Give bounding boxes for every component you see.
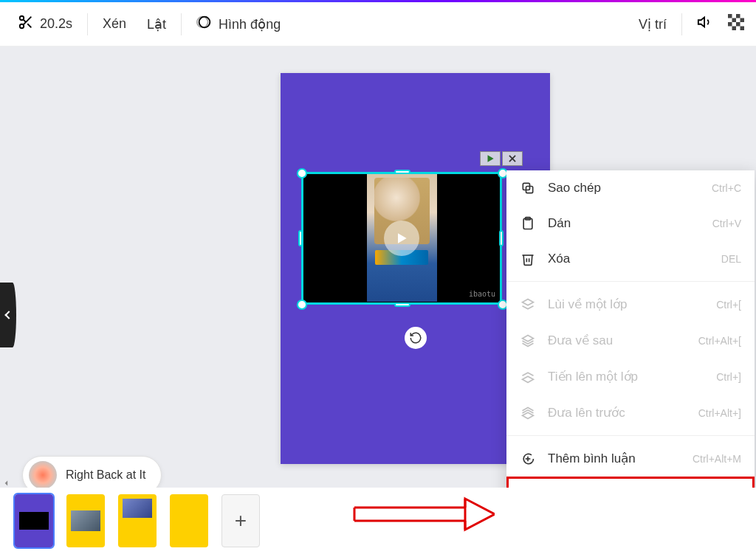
scissors-icon (18, 14, 34, 34)
panel-collapse-tab[interactable] (0, 283, 16, 347)
media-badges (480, 151, 523, 166)
add-page-button[interactable]: + (221, 494, 260, 547)
svg-marker-18 (488, 155, 494, 162)
svg-rect-13 (732, 18, 737, 23)
crop-button[interactable]: Xén (92, 16, 137, 32)
resize-handle-b[interactable] (394, 302, 410, 307)
ctx-paste[interactable]: Dán Ctrl+V (506, 206, 755, 241)
speaker-icon (697, 14, 713, 34)
duration-button[interactable]: 20.2s (7, 14, 83, 34)
toolbar-separator (681, 13, 682, 35)
transparency-button[interactable] (724, 14, 749, 34)
ctx-send-back: Đưa về sau Ctrl+Alt+[ (506, 322, 755, 359)
watermark-label: ibaotu (469, 290, 495, 298)
page-thumb-1[interactable] (15, 494, 53, 547)
send-back-icon (520, 333, 536, 348)
svg-marker-21 (5, 481, 8, 486)
context-menu: Sao chép Ctrl+C Dán Ctrl+V Xóa DEL Lùi v… (506, 170, 755, 488)
svg-marker-28 (523, 376, 534, 382)
svg-line-4 (23, 19, 26, 22)
play-badge[interactable] (480, 151, 501, 166)
resize-handle-tl[interactable] (297, 168, 307, 179)
close-badge[interactable] (502, 151, 523, 166)
annotation-arrow (347, 491, 495, 539)
layer-back-icon (520, 297, 536, 312)
ctx-replace-background[interactable]: Thay thế nền (506, 477, 755, 488)
svg-rect-15 (732, 27, 737, 31)
svg-rect-10 (736, 14, 740, 18)
svg-marker-7 (698, 18, 704, 27)
ctx-forward-layer: Tiến lên một lớp Ctrl+] (506, 359, 755, 395)
ctx-delete[interactable]: Xóa DEL (506, 241, 755, 277)
svg-marker-40 (465, 499, 495, 530)
svg-rect-14 (740, 18, 745, 23)
resize-handle-bl[interactable] (297, 299, 307, 310)
svg-line-3 (27, 24, 31, 27)
toolbar-separator (87, 13, 88, 35)
flip-button[interactable]: Lật (137, 16, 176, 32)
svg-rect-12 (736, 22, 740, 27)
layer-forward-icon (520, 370, 536, 384)
page-thumb-3[interactable] (118, 494, 157, 547)
play-button[interactable] (384, 221, 419, 256)
svg-marker-17 (398, 233, 407, 243)
svg-point-1 (20, 24, 24, 29)
ctx-back-layer: Lùi về một lớp Ctrl+[ (506, 286, 755, 322)
ctx-bring-front: Đưa lên trước Ctrl+Alt+] (506, 395, 755, 431)
workspace: ibaotu Right Back at It Sao chép Ctrl+C … (0, 46, 756, 488)
checker-icon (728, 14, 744, 34)
svg-rect-9 (728, 14, 732, 18)
resize-handle-l[interactable] (298, 230, 303, 246)
toolbar-separator (181, 13, 182, 35)
ctx-copy[interactable]: Sao chép Ctrl+C (506, 170, 755, 206)
resize-handle-r[interactable] (499, 230, 504, 246)
svg-marker-26 (523, 299, 534, 305)
animation-icon (196, 14, 213, 34)
svg-point-0 (20, 16, 24, 21)
copy-icon (520, 181, 536, 195)
paste-icon (520, 216, 536, 231)
rotate-button[interactable] (405, 327, 427, 349)
editor-toolbar: 20.2s Xén Lật Hình động Vị trí (0, 2, 756, 46)
animation-button[interactable]: Hình động (186, 14, 291, 34)
svg-rect-16 (740, 27, 745, 31)
trash-icon (520, 252, 536, 266)
svg-marker-27 (523, 335, 534, 341)
duration-label: 20.2s (40, 16, 72, 32)
comment-icon (520, 451, 536, 466)
horizontal-scrollbar[interactable] (1, 479, 504, 488)
scroll-left-icon[interactable] (1, 478, 12, 488)
position-button[interactable]: Vị trí (628, 16, 677, 32)
page-thumb-4[interactable] (170, 494, 208, 547)
volume-button[interactable] (687, 14, 724, 34)
resize-handle-t[interactable] (394, 170, 410, 174)
svg-marker-29 (523, 412, 534, 418)
svg-rect-11 (728, 22, 732, 27)
page-thumb-2[interactable] (66, 494, 105, 547)
bring-front-icon (520, 406, 536, 420)
ctx-comment[interactable]: Thêm bình luận Ctrl+Alt+M (506, 440, 755, 477)
